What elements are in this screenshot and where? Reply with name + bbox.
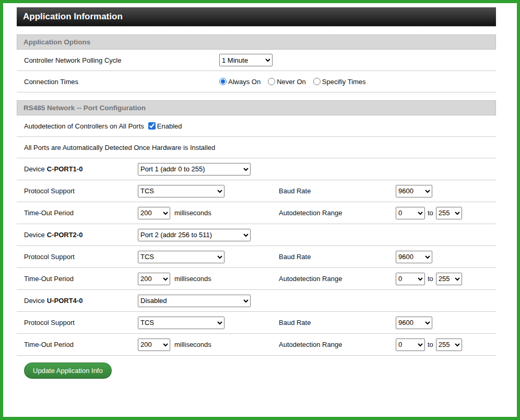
radio-never-on-label: Never On xyxy=(277,78,306,86)
page-frame: Application Information Application Opti… xyxy=(0,0,520,420)
polling-cycle-label: Controller Network Polling Cycle xyxy=(24,56,219,64)
timeout-label-port1: Time-Out Period xyxy=(24,209,138,217)
range-from-select-port1[interactable]: 0 xyxy=(396,207,425,219)
device-cport2-label: DeviceC-PORT2-0 xyxy=(24,231,138,239)
autodetection-enabled-label: Enabled xyxy=(157,122,182,130)
protocol-select-port2[interactable]: TCS xyxy=(138,251,224,263)
timeout-label-port2: Time-Out Period xyxy=(24,275,138,283)
range-from-select-port2[interactable]: 0 xyxy=(396,273,425,285)
baud-label-port4: Baud Rate xyxy=(279,319,396,326)
protocol-select-port1[interactable]: TCS xyxy=(138,185,224,197)
row-timeout-port1: Time-Out Period 200 milliseconds Autodet… xyxy=(17,202,496,224)
row-protocol-port4: Protocol Support TCS Baud Rate 9600 xyxy=(17,312,496,334)
range-label-port2: Autodetection Range xyxy=(279,275,396,283)
page-title: Application Information xyxy=(17,7,496,27)
baud-select-port1[interactable]: 9600 xyxy=(396,185,432,197)
device-prefix: Device xyxy=(24,165,45,173)
connection-times-radio-group: Always On Never On Specifiy Times xyxy=(219,78,366,86)
range-to-select-port1[interactable]: 255 xyxy=(436,207,462,219)
radio-specify-times[interactable]: Specifiy Times xyxy=(313,78,366,86)
section-header-application-options: Application Options xyxy=(17,34,496,50)
baud-select-port2[interactable]: 9600 xyxy=(396,251,432,263)
protocol-label-port1: Protocol Support xyxy=(24,187,138,195)
row-protocol-port2: Protocol Support TCS Baud Rate 9600 xyxy=(17,246,496,268)
device-uport4-select[interactable]: Disabled xyxy=(138,295,251,307)
row-device-cport2: DeviceC-PORT2-0 Port 2 (addr 256 to 511) xyxy=(17,224,496,246)
timeout-select-port2[interactable]: 200 xyxy=(138,273,170,285)
timeout-select-port4[interactable]: 200 xyxy=(138,339,170,351)
radio-always-on-input[interactable] xyxy=(219,78,227,85)
timeout-select-port1[interactable]: 200 xyxy=(138,207,170,219)
range-to-text-port2: to xyxy=(428,275,433,283)
row-autodetection-note: All Ports are Automatically Detected Onc… xyxy=(17,137,496,158)
range-to-text-port1: to xyxy=(428,209,433,217)
radio-never-on-input[interactable] xyxy=(268,78,275,85)
device-prefix: Device xyxy=(24,231,45,239)
range-label-port1: Autodetection Range xyxy=(279,209,396,217)
autodetection-enabled-check[interactable]: Enabled xyxy=(148,122,182,130)
timeout-unit-port4: milliseconds xyxy=(174,341,211,348)
footer: Update Application Info xyxy=(17,363,496,379)
timeout-unit-port2: milliseconds xyxy=(174,275,211,283)
radio-always-on[interactable]: Always On xyxy=(219,78,261,86)
device-cport2-name: C-PORT2-0 xyxy=(47,231,83,239)
row-autodetection: Autodetection of Controllers on All Port… xyxy=(17,115,496,137)
radio-never-on[interactable]: Never On xyxy=(268,78,306,86)
range-label-port4: Autodetection Range xyxy=(279,341,396,348)
range-to-text-port4: to xyxy=(428,341,433,348)
range-to-select-port2[interactable]: 255 xyxy=(436,273,462,285)
timeout-label-port4: Time-Out Period xyxy=(24,341,138,348)
device-uport4-label: DeviceU-PORT4-0 xyxy=(24,297,138,305)
protocol-select-port4[interactable]: TCS xyxy=(138,317,224,329)
protocol-label-port2: Protocol Support xyxy=(24,253,138,261)
range-from-select-port4[interactable]: 0 xyxy=(396,339,425,351)
device-cport1-select[interactable]: Port 1 (addr 0 to 255) xyxy=(138,163,251,176)
timeout-unit-port1: milliseconds xyxy=(174,209,211,217)
row-polling-cycle: Controller Network Polling Cycle 1 Minut… xyxy=(17,50,496,71)
device-prefix: Device xyxy=(24,297,45,305)
row-protocol-port1: Protocol Support TCS Baud Rate 9600 xyxy=(17,180,496,202)
row-connection-times: Connection Times Always On Never On Spec… xyxy=(17,71,496,92)
autodetection-enabled-checkbox[interactable] xyxy=(148,122,156,130)
row-device-cport1: DeviceC-PORT1-0 Port 1 (addr 0 to 255) xyxy=(17,158,496,180)
row-timeout-port2: Time-Out Period 200 milliseconds Autodet… xyxy=(17,268,496,290)
radio-always-on-label: Always On xyxy=(228,78,261,86)
autodetection-label: Autodetection of Controllers on All Port… xyxy=(24,122,144,130)
device-cport2-select[interactable]: Port 2 (addr 256 to 511) xyxy=(138,229,251,241)
update-application-button[interactable]: Update Application Info xyxy=(24,363,112,379)
range-to-select-port4[interactable]: 255 xyxy=(436,339,462,351)
baud-label-port2: Baud Rate xyxy=(279,253,396,261)
radio-specify-times-input[interactable] xyxy=(313,78,321,85)
device-cport1-label: DeviceC-PORT1-0 xyxy=(24,165,138,173)
device-cport1-name: C-PORT1-0 xyxy=(47,165,83,173)
protocol-label-port4: Protocol Support xyxy=(24,319,138,326)
radio-specify-times-label: Specifiy Times xyxy=(322,78,366,86)
row-timeout-port4: Time-Out Period 200 milliseconds Autodet… xyxy=(17,334,496,356)
section-header-rs485: RS485 Network -- Port Configuration xyxy=(17,100,496,115)
baud-label-port1: Baud Rate xyxy=(279,187,396,195)
connection-times-label: Connection Times xyxy=(24,78,219,86)
row-device-uport4: DeviceU-PORT4-0 Disabled xyxy=(17,290,496,312)
device-uport4-name: U-PORT4-0 xyxy=(47,297,83,305)
autodetection-note: All Ports are Automatically Detected Onc… xyxy=(24,144,215,151)
baud-select-port4[interactable]: 9600 xyxy=(396,317,432,329)
polling-cycle-select[interactable]: 1 Minute xyxy=(219,54,273,66)
